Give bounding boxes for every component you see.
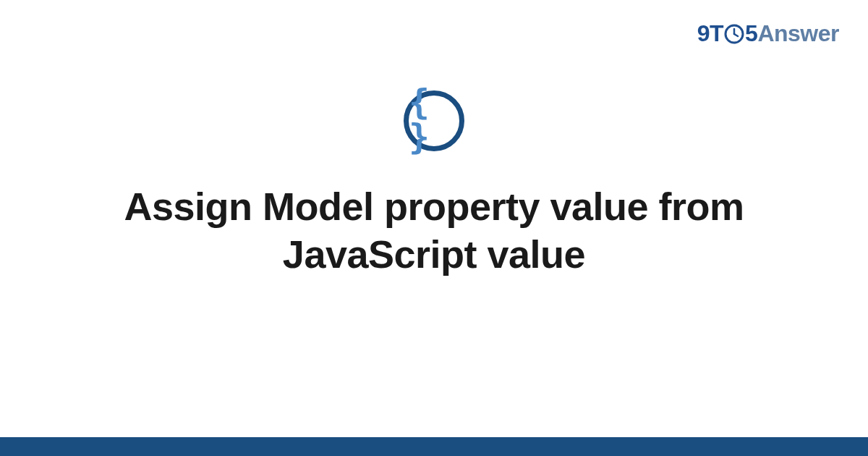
page-title: Assign Model property value from JavaScr… xyxy=(58,183,810,279)
brand-suffix: 5 xyxy=(745,20,757,46)
svg-line-2 xyxy=(734,34,738,36)
brand-prefix: 9T xyxy=(697,20,723,46)
main-content: { } Assign Model property value from Jav… xyxy=(0,90,868,279)
footer-bar xyxy=(0,437,868,456)
category-icon-ring: { } xyxy=(404,90,464,151)
clock-icon xyxy=(724,23,744,50)
brand-logo: 9T5Answer xyxy=(697,20,839,50)
curly-braces-icon: { } xyxy=(409,85,456,154)
brand-word: Answer xyxy=(757,20,839,46)
